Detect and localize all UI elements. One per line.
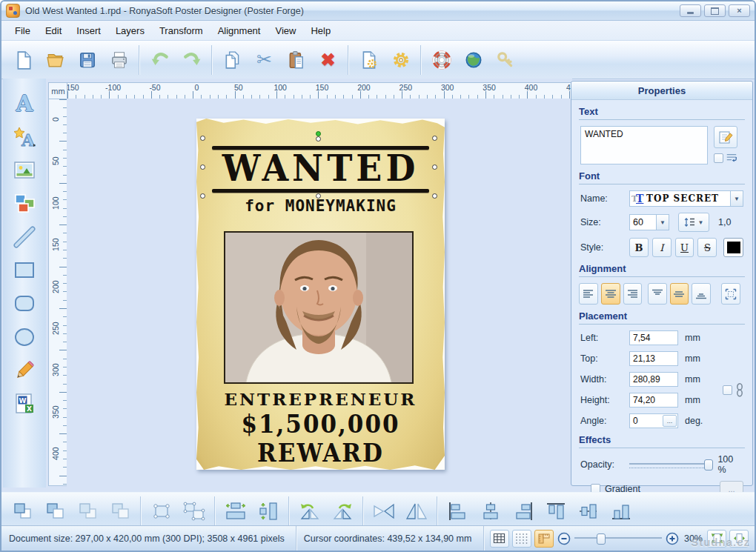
font-size-select[interactable]: 60 ▼ xyxy=(629,214,669,230)
menu-item[interactable]: Edit xyxy=(38,22,69,39)
align-left-button[interactable] xyxy=(442,496,474,527)
close-button[interactable]: × xyxy=(729,4,750,17)
line-tool-button[interactable] xyxy=(8,222,41,252)
align-text-bottom-button[interactable] xyxy=(692,283,711,305)
options-button[interactable] xyxy=(385,44,417,76)
poster-role-text[interactable]: ENTREPRENEUR xyxy=(196,389,445,409)
line-spacing-button[interactable]: ▼ xyxy=(678,213,709,232)
underline-button[interactable]: U xyxy=(675,238,694,257)
font-color-button[interactable] xyxy=(723,238,743,257)
same-width-button[interactable] xyxy=(219,496,252,527)
new-document-button[interactable] xyxy=(7,44,39,76)
top-input[interactable] xyxy=(629,351,678,366)
poster-page[interactable]: WANTED for MONEYMAKING xyxy=(196,119,445,470)
strikethrough-button[interactable]: S xyxy=(697,238,717,257)
flip-horizontal-button[interactable] xyxy=(400,496,433,527)
zoom-out-button[interactable] xyxy=(557,531,571,547)
same-height-button[interactable] xyxy=(252,496,285,527)
show-rulers-button[interactable] xyxy=(534,530,554,548)
height-input[interactable] xyxy=(629,393,678,408)
poster-reward-text[interactable]: $1,500,000 REWARD xyxy=(196,410,445,468)
zoom-slider[interactable] xyxy=(574,533,662,544)
angle-input[interactable]: 0 ... xyxy=(629,413,678,428)
bring-to-front-button[interactable] xyxy=(6,496,39,527)
text-value-input[interactable]: WANTED xyxy=(580,126,708,164)
undo-button[interactable] xyxy=(144,44,176,76)
send-to-back-button[interactable] xyxy=(39,496,71,527)
align-text-middle-button[interactable] xyxy=(670,283,689,305)
rounded-rectangle-tool-button[interactable] xyxy=(8,289,41,319)
flip-vertical-icon xyxy=(373,502,395,521)
paste-button[interactable] xyxy=(280,44,312,76)
chevron-down-icon[interactable]: ▼ xyxy=(656,215,669,230)
save-button[interactable] xyxy=(71,44,103,76)
menu-item[interactable]: Alignment xyxy=(210,22,268,39)
wrap-checkbox[interactable] xyxy=(714,153,723,163)
wordart-tool-button[interactable]: A xyxy=(8,122,41,152)
menu-item[interactable]: File xyxy=(7,22,38,39)
poster-title-text[interactable]: WANTED xyxy=(196,147,445,189)
website-button[interactable] xyxy=(457,44,489,76)
italic-button[interactable]: I xyxy=(652,238,672,257)
minimize-button[interactable] xyxy=(680,4,701,17)
align-bottom-button[interactable] xyxy=(605,496,637,527)
open-button[interactable] xyxy=(39,44,71,76)
menu-item[interactable]: Transform xyxy=(152,22,210,39)
poster-subtitle-text[interactable]: for MONEYMAKING xyxy=(196,197,445,215)
align-text-top-button[interactable] xyxy=(648,283,667,305)
cut-button[interactable]: ✂ xyxy=(248,44,280,76)
align-text-right-button[interactable] xyxy=(623,283,643,305)
show-dots-grid-button[interactable] xyxy=(512,530,531,548)
chevron-down-icon[interactable]: ▼ xyxy=(730,191,743,206)
menu-item[interactable]: Insert xyxy=(69,22,108,39)
left-input[interactable] xyxy=(629,330,678,345)
fit-to-frame-button[interactable] xyxy=(721,283,740,305)
embedded-document-tool-button[interactable]: WX xyxy=(8,389,41,419)
redo-button[interactable] xyxy=(176,44,208,76)
font-name-select[interactable]: TT TOP SECRET ▼ xyxy=(629,190,743,207)
opacity-slider[interactable] xyxy=(629,459,710,470)
rotate-right-button[interactable] xyxy=(326,496,359,527)
ellipse-tool-button[interactable] xyxy=(8,322,41,352)
group-button[interactable] xyxy=(145,496,178,527)
poster-photo[interactable] xyxy=(224,231,414,384)
bold-button[interactable]: B xyxy=(629,238,649,257)
maximize-button[interactable] xyxy=(704,4,726,17)
align-right-button[interactable] xyxy=(507,496,540,527)
zoom-slider-thumb[interactable] xyxy=(597,533,606,545)
menu-item[interactable]: View xyxy=(268,22,303,39)
align-text-left-button[interactable] xyxy=(579,283,598,305)
bring-forward-button[interactable] xyxy=(71,496,104,527)
show-grid-button[interactable] xyxy=(490,530,509,548)
text-tool-button[interactable]: A xyxy=(8,89,41,119)
align-text-center-button[interactable] xyxy=(601,283,620,305)
delete-button[interactable]: ✖ xyxy=(312,44,344,76)
angle-more-button[interactable]: ... xyxy=(663,415,677,427)
lock-aspect-checkbox[interactable] xyxy=(723,385,732,395)
align-center-button[interactable] xyxy=(474,496,507,527)
send-backward-button[interactable] xyxy=(104,496,136,527)
fit-width-button[interactable] xyxy=(729,530,749,548)
menu-item[interactable]: Help xyxy=(303,22,338,39)
align-top-button[interactable] xyxy=(540,496,572,527)
pencil-tool-button[interactable] xyxy=(8,356,41,385)
zoom-in-button[interactable] xyxy=(665,531,680,547)
edit-text-button[interactable] xyxy=(714,126,737,148)
ungroup-button[interactable] xyxy=(178,496,210,527)
rectangle-tool-button[interactable] xyxy=(8,256,41,285)
flip-vertical-button[interactable] xyxy=(368,496,400,527)
clipart-tool-button[interactable] xyxy=(8,189,41,219)
align-middle-button[interactable] xyxy=(572,496,605,527)
width-input[interactable] xyxy=(629,372,678,387)
help-button[interactable] xyxy=(425,44,457,76)
copy-button[interactable] xyxy=(216,44,248,76)
print-button[interactable] xyxy=(103,44,135,76)
image-tool-button[interactable] xyxy=(8,156,41,185)
menu-item[interactable]: Layers xyxy=(108,22,152,39)
fit-page-button[interactable] xyxy=(707,530,726,548)
license-key-button[interactable] xyxy=(489,44,521,76)
rotate-left-button[interactable] xyxy=(294,496,326,527)
design-canvas[interactable]: WANTED for MONEYMAKING xyxy=(67,99,571,486)
slider-thumb[interactable] xyxy=(704,459,713,470)
page-setup-button[interactable] xyxy=(353,44,385,76)
